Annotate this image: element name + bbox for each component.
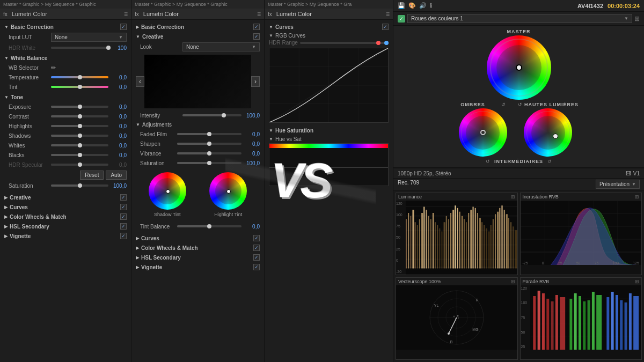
- bc-header-p2[interactable]: ▶ Basic Correction: [131, 22, 264, 32]
- curves-check[interactable]: [120, 204, 127, 210]
- panel1-content: ▼ Basic Correction Input LUT None ▼ HDR …: [0, 20, 131, 362]
- audio-icon[interactable]: 🔊: [419, 2, 427, 9]
- wb-header[interactable]: ▼ White Balance: [0, 54, 131, 63]
- bc-check-p2[interactable]: [253, 24, 260, 30]
- saturation-p2-slider[interactable]: [177, 162, 241, 164]
- hdr-specular-slider[interactable]: [51, 164, 108, 166]
- cw-header-p2[interactable]: ▶ Color Wheels & Match: [131, 243, 264, 253]
- basic-correction-header[interactable]: ▼ Basic Correction: [0, 22, 131, 32]
- luminance-scope: Luminance ⊞ 120 100 75 50 25 0 -20: [396, 193, 518, 275]
- saturation-slider[interactable]: [51, 184, 108, 187]
- luminance-menu[interactable]: ⊞: [511, 194, 515, 200]
- blacks-slider[interactable]: [51, 154, 108, 156]
- contrast-slider[interactable]: [51, 115, 108, 117]
- prev-btn[interactable]: ‹: [136, 76, 144, 87]
- svg-rect-47: [479, 218, 481, 268]
- adjustments-header[interactable]: ▼ Adjustments: [131, 120, 264, 129]
- intermediaires-reset-right[interactable]: ↺: [547, 159, 552, 164]
- hsl-header-p2[interactable]: ▶ HSL Secondary: [131, 253, 264, 262]
- ombres-reset[interactable]: ↺: [501, 102, 506, 107]
- svg-rect-29: [439, 228, 440, 269]
- exposure-slider[interactable]: [51, 106, 108, 108]
- panel3-breadcrumb: Master * Graphic > My Sequence * Gra: [265, 0, 393, 9]
- save-icon[interactable]: 💾: [398, 2, 405, 9]
- hsl-check[interactable]: [120, 223, 127, 230]
- color-icon[interactable]: 🎨: [408, 2, 416, 9]
- temperature-slider[interactable]: [51, 76, 108, 78]
- vibrance-slider[interactable]: [177, 152, 241, 154]
- saturation-row: Saturation 100,0: [0, 181, 131, 190]
- creative-check[interactable]: [120, 194, 127, 201]
- creative-check-p2[interactable]: [253, 33, 260, 40]
- hue-vs-sat-editor[interactable]: [269, 143, 389, 186]
- sharpen-slider[interactable]: [177, 143, 241, 145]
- curves-check-p2[interactable]: [253, 235, 260, 241]
- blacks-value: 0,0: [111, 152, 127, 158]
- hue-sat-header[interactable]: ▼ Hue Saturation: [265, 126, 393, 135]
- tint-balance-slider[interactable]: [177, 225, 241, 227]
- faded-film-slider[interactable]: [177, 133, 241, 135]
- curves-editor[interactable]: [269, 48, 389, 123]
- bc-check[interactable]: [120, 24, 127, 30]
- curves-section-header[interactable]: ▼ Curves: [265, 22, 393, 32]
- temperature-label: Temperature: [9, 75, 49, 80]
- shadows-slider[interactable]: [51, 135, 108, 137]
- parade-menu[interactable]: ⊞: [635, 279, 639, 284]
- creative-header-p2[interactable]: ▼ Creative: [131, 32, 264, 41]
- incrustation-menu[interactable]: ⊞: [635, 194, 639, 200]
- wheels-settings-icon[interactable]: ⊞: [634, 15, 640, 23]
- intermediaires-reset-left[interactable]: ↺: [486, 159, 490, 164]
- input-lut-dropdown[interactable]: None ▼: [51, 33, 127, 42]
- vignette-header-p2[interactable]: ▶ Vignette: [131, 262, 264, 272]
- hautes-color-wheel[interactable]: [524, 108, 572, 157]
- next-btn[interactable]: ›: [251, 76, 260, 87]
- hautes-reset[interactable]: ↺: [518, 102, 522, 107]
- hsl-header-p1[interactable]: ▶ HSL Secondary: [0, 221, 131, 231]
- panel3-menu-icon[interactable]: ≡: [386, 10, 390, 18]
- whites-slider[interactable]: [51, 144, 108, 146]
- color-space-text: Rec. 709: [398, 180, 419, 189]
- auto-button[interactable]: Auto: [106, 171, 127, 180]
- curves-main-check[interactable]: [382, 24, 389, 30]
- ombres-color-wheel[interactable]: [459, 108, 507, 157]
- panel1-menu-icon[interactable]: ≡: [124, 10, 128, 18]
- reset-button[interactable]: Reset: [80, 171, 104, 180]
- shadow-tint-wheel-graphic[interactable]: [149, 172, 186, 210]
- highlights-slider[interactable]: [51, 125, 108, 127]
- tint-slider[interactable]: [51, 86, 108, 88]
- luminance-svg: [406, 201, 517, 275]
- svg-rect-62: [513, 226, 514, 268]
- panel2-menu-icon[interactable]: ≡: [257, 10, 261, 18]
- track-container: 🎞 V1: [626, 171, 640, 176]
- vecteurscope-menu[interactable]: ⊞: [511, 279, 515, 284]
- view-dropdown[interactable]: Présentation ▼: [596, 180, 640, 189]
- intensity-slider[interactable]: [182, 114, 241, 116]
- wheels-dropdown[interactable]: Roues des couleurs 1 ▼: [407, 14, 632, 23]
- cw-check-p2[interactable]: [253, 245, 260, 251]
- wb-eyedropper-icon[interactable]: ✏: [51, 64, 56, 71]
- vignette-header-p1[interactable]: ▶ Vignette: [0, 231, 131, 241]
- saturation-label: Saturation: [9, 183, 49, 189]
- info-icon[interactable]: ℹ: [430, 2, 432, 9]
- lumetri-panel-1: Master * Graphic > My Sequence * Graphic…: [0, 0, 131, 362]
- curves-header-p2[interactable]: ▶ Curves: [131, 233, 264, 243]
- svg-rect-117: [620, 300, 623, 350]
- curves-header-p1[interactable]: ▶ Curves: [0, 202, 131, 212]
- hdr-range-slider[interactable]: [300, 42, 389, 44]
- color-wheels-header-p1[interactable]: ▶ Color Wheels & Match: [0, 212, 131, 221]
- hdr-white-slider[interactable]: [51, 47, 108, 49]
- tone-header[interactable]: ▼ Tone: [0, 93, 131, 102]
- intermediaires-row: ↺ INTERMÉDIAIRES ↺: [486, 159, 552, 164]
- svg-point-84: [457, 315, 458, 317]
- hsl-check-p2[interactable]: [253, 254, 260, 261]
- curves-label-p1: Curves: [10, 204, 28, 210]
- creative-header[interactable]: ▶ Creative: [0, 193, 131, 202]
- vignette-check[interactable]: [120, 233, 127, 239]
- cw-check[interactable]: [120, 213, 127, 220]
- adj-label: Adjustments: [142, 122, 172, 128]
- wheels-toggle[interactable]: ✓: [398, 15, 405, 23]
- master-color-wheel[interactable]: [487, 35, 551, 100]
- highlight-tint-wheel-graphic[interactable]: [209, 172, 247, 210]
- look-dropdown[interactable]: None ▼: [182, 42, 260, 51]
- vignette-check-p2[interactable]: [253, 264, 260, 270]
